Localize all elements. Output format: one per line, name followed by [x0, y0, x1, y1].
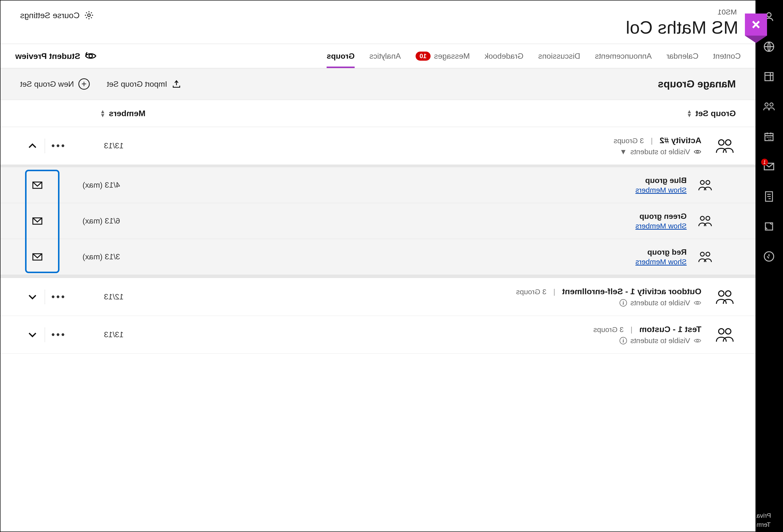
group-name: Red group	[148, 247, 687, 257]
svg-point-12	[725, 140, 731, 145]
group-sets-list: Activity #2 | 3 Groups Visible to studen…	[0, 127, 755, 532]
visibility-toggle[interactable]: Visible to students ▼	[158, 147, 701, 156]
show-members-link[interactable]: Show Members	[635, 186, 687, 194]
collapse-button[interactable]	[20, 143, 45, 148]
column-header-group-set[interactable]: Group Set ▲▼	[687, 108, 736, 118]
group-members-count: 4/13 (max)	[64, 180, 138, 190]
info-icon[interactable]: i	[620, 337, 627, 344]
group-icon	[696, 179, 714, 191]
tab-gradebook[interactable]: Gradebook	[484, 44, 524, 68]
group-set-name: Test 1 - Custom	[639, 325, 701, 334]
message-group-button[interactable]	[20, 181, 55, 189]
sort-icon: ▲▼	[687, 109, 692, 117]
tab-content[interactable]: Content	[713, 44, 741, 68]
left-nav-rail: 1 Priva Term	[755, 0, 783, 532]
svg-point-27	[725, 329, 731, 334]
svg-point-16	[700, 180, 704, 184]
visibility-label: Visible to students i	[158, 336, 701, 345]
svg-point-15	[706, 180, 710, 184]
group-set-count: 3 Groups	[516, 288, 546, 296]
tab-analytics[interactable]: Analytics	[369, 44, 401, 68]
svg-point-29	[696, 340, 698, 342]
expand-button[interactable]	[20, 294, 45, 300]
svg-point-4	[765, 103, 768, 106]
student-preview-button[interactable]: Student Preview	[15, 51, 97, 61]
svg-point-13	[719, 140, 724, 145]
course-settings-button[interactable]: Course Settings	[20, 8, 94, 20]
svg-point-10	[88, 14, 90, 17]
svg-point-22	[700, 252, 704, 256]
group-set-icon	[714, 138, 736, 154]
svg-point-0	[767, 13, 771, 17]
svg-point-24	[725, 291, 731, 296]
group-set-icon	[714, 327, 736, 343]
group-set-name: Outdoor activity 1 - Self-enrollment	[562, 287, 701, 296]
info-icon[interactable]: i	[620, 299, 627, 306]
tab-messages[interactable]: Messages 10	[415, 44, 470, 68]
group-row[interactable]: Blue group Show Members 4/13 (max)	[0, 167, 755, 203]
sort-icon: ▲▼	[100, 109, 105, 117]
group-name: Blue group	[148, 176, 687, 185]
group-members-count: 6/13 (max)	[64, 217, 138, 226]
svg-point-3	[770, 103, 773, 106]
tab-announcements[interactable]: Announcements	[595, 44, 652, 68]
show-members-link[interactable]: Show Members	[635, 258, 687, 266]
child-groups-block: Blue group Show Members 4/13 (max)	[0, 165, 755, 278]
members-count: 13/13	[82, 141, 146, 150]
svg-point-19	[700, 216, 704, 220]
group-set-count: 3 Groups	[593, 326, 624, 334]
members-count: 13/13	[82, 330, 146, 339]
svg-point-11	[89, 54, 92, 58]
more-options-button[interactable]: •••	[45, 329, 69, 340]
calendar-rail-icon[interactable]	[762, 130, 775, 143]
tab-calendar[interactable]: Calendar	[666, 44, 698, 68]
tools-rail-icon[interactable]	[762, 220, 775, 233]
svg-point-26	[696, 302, 698, 304]
import-group-set-button[interactable]: Import Group Set	[107, 79, 181, 89]
group-set-row[interactable]: Outdoor activity 1 - Self-enrollment | 3…	[0, 278, 755, 316]
course-title: MS Maths Col	[626, 18, 738, 38]
groups-rail-icon[interactable]	[762, 100, 775, 113]
message-group-button[interactable]	[20, 253, 55, 261]
course-settings-label: Course Settings	[20, 10, 80, 20]
svg-point-28	[719, 329, 724, 334]
courses-icon[interactable]	[762, 70, 775, 83]
group-row[interactable]: Red group Show Members 3/13 (max)	[0, 239, 755, 275]
members-count: 12/13	[82, 292, 146, 301]
message-group-button[interactable]	[20, 217, 55, 225]
svg-point-18	[706, 216, 710, 220]
new-group-set-button[interactable]: + New Group Set	[20, 78, 90, 90]
tab-groups[interactable]: Groups	[326, 44, 355, 68]
visibility-label: Visible to students i	[158, 299, 701, 307]
group-row[interactable]: Green group Show Members 6/13 (max)	[0, 203, 755, 239]
group-set-name: Activity #2	[660, 136, 701, 145]
svg-point-21	[706, 252, 710, 256]
group-icon	[696, 251, 714, 263]
more-options-button[interactable]: •••	[45, 291, 69, 302]
expand-button[interactable]	[20, 332, 45, 337]
rail-footer: Priva Term	[756, 511, 771, 529]
grades-rail-icon[interactable]	[762, 190, 775, 203]
group-set-count: 3 Groups	[614, 137, 644, 145]
group-members-count: 3/13 (max)	[64, 252, 138, 261]
column-header-members[interactable]: Members ▲▼	[100, 108, 146, 118]
close-panel-button[interactable]	[745, 13, 767, 36]
more-options-button[interactable]: •••	[45, 140, 69, 151]
course-code: MS01	[626, 8, 738, 16]
plus-icon: +	[79, 78, 90, 90]
messages-rail-badge: 1	[761, 159, 768, 166]
group-icon	[696, 215, 714, 227]
caret-down-icon: ▼	[620, 147, 627, 156]
group-set-row[interactable]: Activity #2 | 3 Groups Visible to studen…	[0, 127, 755, 165]
messages-rail-icon[interactable]: 1	[762, 160, 775, 173]
tab-discussions[interactable]: Discussions	[538, 44, 580, 68]
messages-count-badge: 10	[415, 52, 431, 61]
svg-rect-2	[765, 73, 773, 81]
group-name: Green group	[148, 212, 687, 221]
show-members-link[interactable]: Show Members	[635, 222, 687, 230]
svg-point-25	[719, 291, 724, 296]
page-title: Manage Groups	[658, 78, 736, 90]
signout-rail-icon[interactable]	[762, 250, 775, 263]
group-set-icon	[714, 289, 736, 305]
group-set-row[interactable]: Test 1 - Custom | 3 Groups Visible to st…	[0, 316, 755, 354]
